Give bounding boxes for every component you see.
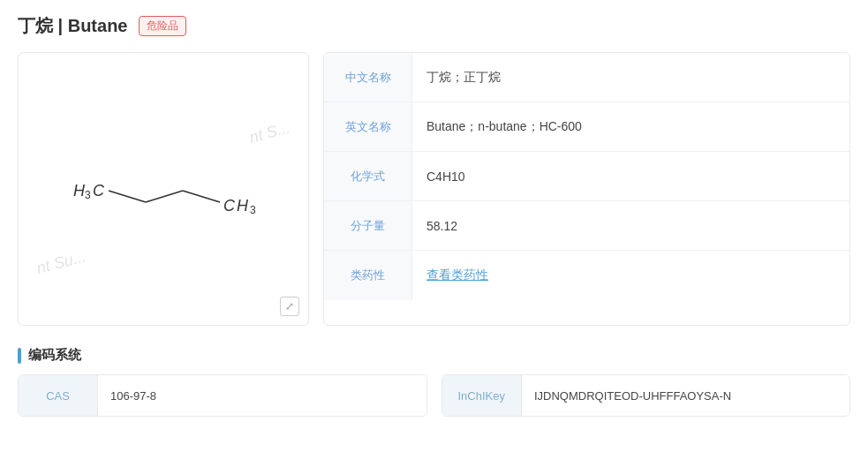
- encoding-item-inchikey: InChIKey IJDNQMDRQITEOD-UHFFFAOYSA-N: [442, 374, 851, 417]
- label-molecular-weight: 分子量: [324, 201, 412, 250]
- label-english-name: 英文名称: [324, 102, 412, 151]
- molecule-structure: H 3 C C H 3: [49, 101, 278, 277]
- value-molecular-weight: 58.12: [412, 201, 849, 250]
- encoding-row: CAS 106-97-8 InChIKey IJDNQMDRQITEOD-UHF…: [18, 374, 850, 417]
- svg-text:H: H: [237, 197, 249, 215]
- value-chinese-name: 丁烷；正丁烷: [412, 53, 849, 102]
- encoding-section: 编码系统 CAS 106-97-8 InChIKey IJDNQMDRQITEO…: [18, 347, 850, 417]
- main-content: H 3 C C H 3 nt Su... nt S... ⤢ 中文名称 丁烷；正…: [18, 52, 850, 326]
- encoding-item-cas: CAS 106-97-8: [18, 374, 427, 417]
- svg-line-3: [109, 191, 146, 202]
- page-title: 丁烷 | Butane: [18, 14, 128, 38]
- label-drug-likeness: 类药性: [324, 251, 412, 300]
- svg-line-5: [183, 191, 220, 202]
- prop-row-formula: 化学式 C4H10: [324, 152, 849, 201]
- drug-likeness-link[interactable]: 查看类药性: [426, 267, 488, 283]
- encoding-val-cas: 106-97-8: [98, 375, 426, 416]
- section-title: 编码系统: [28, 347, 81, 364]
- page-header: 丁烷 | Butane 危险品: [18, 14, 850, 38]
- prop-row-chinese-name: 中文名称 丁烷；正丁烷: [324, 53, 849, 102]
- svg-text:3: 3: [85, 189, 91, 201]
- value-formula: C4H10: [412, 152, 849, 200]
- properties-panel: 中文名称 丁烷；正丁烷 英文名称 Butane；n-butane；HC-600 …: [323, 52, 850, 326]
- svg-text:3: 3: [250, 204, 256, 216]
- prop-row-molecular-weight: 分子量 58.12: [324, 201, 849, 251]
- svg-line-4: [146, 191, 183, 202]
- value-drug-likeness: 查看类药性: [412, 251, 849, 300]
- value-english-name: Butane；n-butane；HC-600: [412, 102, 849, 151]
- encoding-val-inchikey: IJDNQMDRQITEOD-UHFFFAOYSA-N: [522, 375, 849, 416]
- label-formula: 化学式: [324, 152, 412, 200]
- structure-card: H 3 C C H 3 nt Su... nt S... ⤢: [18, 52, 309, 326]
- encoding-key-inchikey: InChIKey: [442, 375, 522, 416]
- label-chinese-name: 中文名称: [324, 53, 412, 102]
- encoding-key-cas: CAS: [19, 375, 98, 416]
- prop-row-english-name: 英文名称 Butane；n-butane；HC-600: [324, 102, 849, 152]
- section-header: 编码系统: [18, 347, 850, 364]
- svg-text:C: C: [223, 197, 236, 215]
- svg-text:C: C: [93, 182, 105, 200]
- svg-text:H: H: [73, 182, 86, 200]
- expand-icon[interactable]: ⤢: [280, 297, 299, 316]
- danger-badge: 危险品: [139, 16, 186, 36]
- section-bar: [18, 348, 21, 364]
- prop-row-drug-likeness: 类药性 查看类药性: [324, 251, 849, 300]
